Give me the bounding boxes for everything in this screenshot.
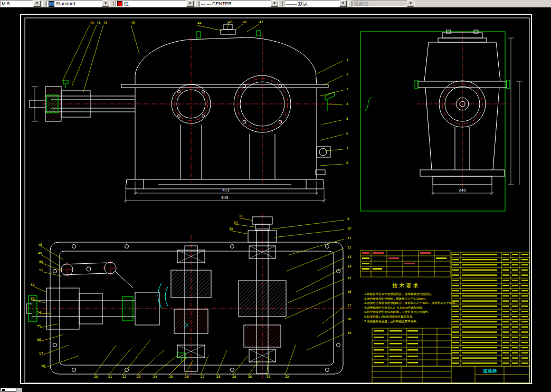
linetype-dropdown-arrow[interactable]: ▼ bbox=[271, 1, 278, 7]
dimension-label: 240 bbox=[459, 188, 466, 193]
leader-label: 35 bbox=[229, 227, 233, 231]
tech-requirements-title: 技 术 要 求 bbox=[392, 283, 419, 289]
leader-label: 3 bbox=[346, 87, 348, 91]
bom-text-mark bbox=[521, 269, 528, 271]
bom-text-mark bbox=[452, 295, 459, 297]
bom-text-mark bbox=[512, 264, 518, 266]
bom-text-mark bbox=[502, 305, 509, 307]
bom-text-mark bbox=[521, 264, 528, 266]
tech-requirement-line: 2.啮合侧隙用铅丝检验，侧隙值不小于0.16mm。 bbox=[364, 297, 429, 301]
bom-text-mark bbox=[452, 342, 459, 343]
text-style-combo[interactable]: Standard ▼ bbox=[46, 1, 110, 7]
bom-text-mark bbox=[502, 326, 509, 328]
bom-text-mark bbox=[502, 337, 509, 338]
sign-text-mark bbox=[374, 343, 384, 345]
bom-text-mark bbox=[462, 254, 497, 255]
tech-requirement-line: 3.用涂色法检验齿面接触斑点，按齿高不小于40%，按齿长不小于50%。 bbox=[364, 301, 458, 305]
bom-text-mark bbox=[521, 321, 528, 323]
leader-label: 11 bbox=[347, 236, 352, 240]
bom-text-mark bbox=[502, 362, 509, 364]
leader-label: 40 bbox=[90, 21, 94, 24]
toolbar-separator bbox=[280, 1, 283, 6]
linetype-combo[interactable]: — · — CENTER ▼ bbox=[200, 1, 279, 7]
sign-text-mark bbox=[390, 337, 402, 338]
tech-requirement-line: 4.调整轴承时应留有0.2~0.5mm的轴向间隙。 bbox=[364, 306, 425, 310]
bom-text-mark bbox=[452, 362, 459, 364]
bom-text-mark bbox=[462, 331, 497, 333]
bom-text-mark bbox=[512, 337, 518, 338]
bom-text-mark bbox=[512, 316, 518, 318]
plotstyle-value: 随颜色 bbox=[354, 1, 406, 7]
bom-text-mark bbox=[452, 280, 459, 281]
leader-label: 24 bbox=[153, 375, 157, 378]
bom-text-mark bbox=[502, 321, 509, 323]
toolbar-separator bbox=[42, 1, 45, 6]
leader-label: 5 bbox=[346, 117, 348, 120]
bom-text-mark bbox=[452, 269, 459, 271]
bom-text-mark bbox=[462, 337, 497, 338]
leader-label: 34 bbox=[234, 221, 238, 224]
leader-label: 27 bbox=[201, 375, 205, 378]
bom-text-mark bbox=[521, 285, 528, 286]
dimension-label: 645 bbox=[221, 196, 228, 200]
bom-text-mark bbox=[521, 311, 528, 312]
bom-text-mark bbox=[512, 331, 518, 333]
leader-label: 29 bbox=[232, 375, 236, 378]
dimension-label: 473 bbox=[222, 188, 229, 193]
plotstyle-dropdown-arrow: ▼ bbox=[407, 1, 414, 7]
tech-requirement-line: 5.剖分面涂密封胶或水玻璃，不允许使用任何填料。 bbox=[364, 310, 431, 314]
bom-text-mark bbox=[462, 357, 497, 359]
bom-text-mark bbox=[452, 321, 459, 323]
bom-text-mark bbox=[502, 290, 509, 292]
leader-label: 9 bbox=[347, 217, 349, 221]
lineweight-dropdown-arrow[interactable]: ▼ bbox=[339, 1, 347, 7]
sign-text-mark bbox=[407, 356, 418, 357]
start-icon bbox=[2, 389, 5, 391]
lineweight-combo[interactable]: ——— 默认 ▼ bbox=[284, 1, 347, 7]
layer-dropdown-arrow[interactable]: ▼ bbox=[33, 1, 41, 7]
bom-text-mark bbox=[521, 326, 528, 328]
bom-text-mark bbox=[452, 305, 459, 307]
bom-text-mark bbox=[462, 274, 497, 276]
bom-text-mark bbox=[462, 295, 497, 297]
tech-requirement-line: 6.机座内装L-AN68润滑油至规定高度。 bbox=[364, 315, 415, 319]
leader-label: 8 bbox=[346, 161, 348, 165]
leader-label: 28 bbox=[216, 375, 221, 378]
leader-label: 52 bbox=[31, 283, 35, 286]
style-dropdown-arrow[interactable]: ▼ bbox=[102, 1, 109, 7]
drawing-canvas[interactable]: 473645240 404142434445464712345678910111… bbox=[0, 7, 551, 388]
leader-label: 21 bbox=[108, 375, 112, 378]
bom-text-mark bbox=[521, 352, 528, 354]
layer-combo[interactable]: M-5 ▼ bbox=[0, 1, 41, 7]
sign-text-mark bbox=[390, 356, 402, 357]
sign-text-mark bbox=[374, 362, 384, 364]
color-combo[interactable]: 红 ▼ bbox=[115, 1, 194, 7]
bom-text-mark bbox=[521, 331, 528, 333]
tech-requirement-line: 7.表面涂灰色油漆，运转平稳无异常噪声。 bbox=[364, 320, 419, 323]
bom-text-mark bbox=[521, 347, 528, 349]
leader-label: 13 bbox=[347, 255, 352, 259]
leader-label: 22 bbox=[122, 375, 127, 378]
start-button-fragment[interactable] bbox=[1, 388, 16, 391]
plotstyle-combo: 随颜色 ▼ bbox=[353, 1, 415, 7]
bom-text-mark bbox=[452, 331, 459, 333]
leader-label: 51 bbox=[39, 268, 43, 272]
bom-text-mark bbox=[502, 269, 509, 271]
bom-text-mark bbox=[502, 300, 509, 302]
bom-text-mark bbox=[462, 285, 497, 286]
bom-text-mark bbox=[512, 259, 518, 261]
bom-text-mark bbox=[502, 285, 509, 286]
bom-text-mark bbox=[452, 347, 459, 349]
leader-label: 56 bbox=[37, 338, 41, 341]
taskbar-fragment bbox=[0, 388, 22, 392]
bom-text-mark bbox=[512, 321, 518, 323]
toolbar-separator bbox=[195, 1, 198, 6]
lineweight-preview-icon: ——— bbox=[286, 2, 297, 6]
leader-label: 49 bbox=[38, 251, 42, 255]
bom-text-mark bbox=[452, 285, 459, 286]
bom-text-mark bbox=[502, 357, 509, 359]
bom-text-mark bbox=[452, 357, 459, 359]
bom-text-mark bbox=[521, 274, 528, 276]
bom-text-mark bbox=[462, 362, 497, 364]
color-dropdown-arrow[interactable]: ▼ bbox=[186, 1, 194, 7]
